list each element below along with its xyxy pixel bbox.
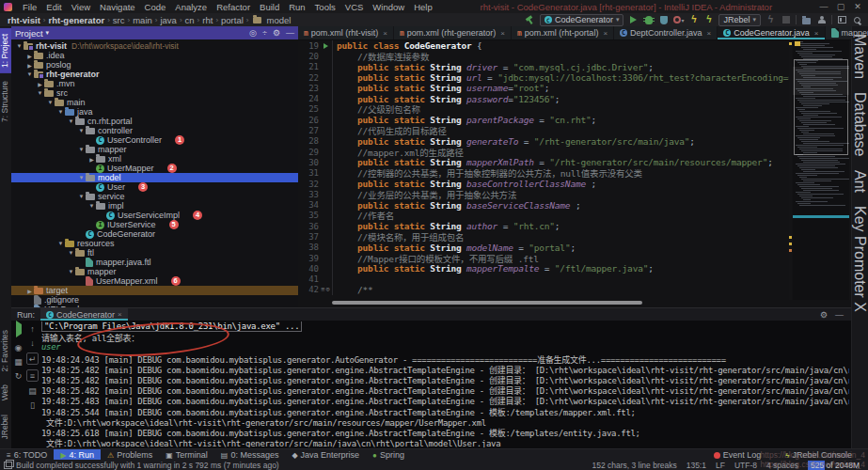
tool-button-jrebel[interactable]: JRebel <box>0 409 11 445</box>
jrebel-select[interactable]: JRebel ▾ <box>718 14 761 26</box>
coverage-button[interactable] <box>658 15 669 25</box>
breadcrumb-item-model[interactable]: model <box>264 15 292 25</box>
minimap[interactable] <box>793 40 849 300</box>
chevron-down-icon[interactable]: ▾ <box>46 29 50 37</box>
expanded-arrow-icon[interactable]: ▼ <box>25 71 34 77</box>
tree-item-CodeGenerator[interactable]: CCodeGenerator <box>11 229 298 239</box>
expanded-arrow-icon[interactable]: ▼ <box>56 109 65 115</box>
tree-item-rht-visit[interactable]: ▼rht-visitD:\rht\workspace\ideal\rht-vis… <box>11 41 298 51</box>
tree-item-.mvn[interactable]: ▶.mvn <box>11 79 298 88</box>
expanded-arrow-icon[interactable]: ▼ <box>67 269 75 274</box>
expanded-arrow-icon[interactable]: ▼ <box>77 194 86 199</box>
profiler-button[interactable]: ▾ <box>673 15 684 25</box>
clear-console-icon[interactable]: ▯ <box>30 400 35 410</box>
tree-item-resources[interactable]: ▼resources <box>11 239 298 248</box>
menu-window[interactable]: Window <box>368 2 409 12</box>
run-configuration-select[interactable]: C CodeGenerator ▾ <box>540 14 624 26</box>
tree-item-UserController[interactable]: CUserController1 <box>11 135 298 145</box>
horizontal-scrollbar[interactable] <box>332 301 642 305</box>
tree-item-main[interactable]: ▼main <box>11 98 298 107</box>
breadcrumb-item-src[interactable]: src <box>111 15 127 25</box>
breadcrumb-item-main[interactable]: main <box>131 15 154 25</box>
collapse-all-icon[interactable]: ÷ <box>262 28 267 38</box>
maximize-button[interactable]: ▢ <box>832 0 849 13</box>
tree-item-UserMapper.xml[interactable]: UserMapper.xml6 <box>11 276 298 286</box>
breadcrumb-item-rht-visit[interactable]: rht-visit <box>6 15 42 25</box>
memory-indicator[interactable]: 525 of 2048M <box>808 461 862 470</box>
soft-wrap-icon[interactable]: ↵ <box>26 352 39 365</box>
editor-tab-pom-xml-rht-portal-[interactable]: mpom.xml (rht-portal)× <box>512 26 614 39</box>
expanded-arrow-icon[interactable]: ▼ <box>67 250 75 256</box>
restore-layout-icon[interactable] <box>837 15 847 25</box>
console-output[interactable]: "C:\Program Files\Java\jdk1.8.0_231\bin\… <box>41 321 849 447</box>
status-widget-4-spaces[interactable]: 4 spaces <box>766 461 798 470</box>
menu-view[interactable]: View <box>67 2 95 12</box>
editor-tab-pom-xml-rht-visit-[interactable]: mpom.xml (rht-visit)× <box>298 26 394 39</box>
tree-item-mapper[interactable]: ▼mapper <box>11 267 298 276</box>
run-class-gutter-icon[interactable] <box>324 43 328 49</box>
tree-item-java[interactable]: ▼java <box>11 107 298 117</box>
expanded-arrow-icon[interactable]: ▼ <box>77 147 86 152</box>
close-icon[interactable]: × <box>707 29 712 38</box>
status-widget-135-1[interactable]: 135:1 <box>687 461 706 470</box>
menu-run[interactable]: Run <box>284 2 309 12</box>
vcs-update-icon[interactable] <box>801 15 812 25</box>
menu-refactor[interactable]: Refactor <box>212 2 255 12</box>
editor-tab-pom-xml-rht-generator-[interactable]: mpom.xml (rht-generator)× <box>394 26 512 39</box>
rerun-button[interactable] <box>16 324 22 334</box>
tree-item-rht-generator[interactable]: ▼rht-generator <box>11 70 298 79</box>
build-status[interactable]: Build completed successfully with 1 warn… <box>0 461 279 470</box>
search-everywhere-icon[interactable] <box>852 15 862 25</box>
tree-item-UserMapper[interactable]: IUserMapper2 <box>11 164 298 173</box>
expanded-arrow-icon[interactable]: ▼ <box>77 175 86 180</box>
minimap-viewport[interactable] <box>794 59 848 155</box>
tree-item-.gitignore[interactable]: .gitignore <box>11 295 298 305</box>
tree-item-target[interactable]: ▶target <box>11 286 298 295</box>
menu-edit[interactable]: Edit <box>41 2 66 12</box>
breadcrumb-item-portal[interactable]: portal <box>219 15 245 25</box>
close-icon[interactable]: × <box>500 29 505 38</box>
collapsed-arrow-icon[interactable]: ▶ <box>25 53 34 59</box>
locate-file-icon[interactable]: ◎ <box>249 28 257 38</box>
tool-button-ant[interactable]: Ant <box>852 164 868 198</box>
expanded-arrow-icon[interactable]: ▼ <box>67 118 75 124</box>
expanded-arrow-icon[interactable]: ▼ <box>56 241 65 246</box>
close-icon[interactable]: × <box>383 29 387 38</box>
jrebel-run-icon[interactable]: ϟ <box>688 15 699 25</box>
dump-threads-icon[interactable]: ◉ <box>15 343 23 352</box>
tree-item-UserServiceImpl[interactable]: CUserServiceImpl4 <box>11 211 298 220</box>
menu-file[interactable]: File <box>18 2 41 12</box>
close-icon[interactable]: × <box>118 310 122 319</box>
up-stack-icon[interactable]: ↑ <box>30 324 35 334</box>
tool-button-1-project[interactable]: 1: Project <box>0 28 11 73</box>
gear-icon[interactable]: ⚙ <box>273 28 280 38</box>
collapsed-arrow-icon[interactable]: ▶ <box>25 288 34 294</box>
tree-item-IUserService[interactable]: IIUserService5 <box>11 220 298 229</box>
close-icon[interactable]: × <box>603 29 608 38</box>
warning-mark[interactable] <box>789 249 792 252</box>
hide-panel-icon[interactable]: — <box>835 310 844 320</box>
expanded-arrow-icon[interactable]: ▼ <box>87 203 96 209</box>
jrebel-debug-icon[interactable]: ϟ <box>703 15 714 25</box>
menu-build[interactable]: Build <box>255 2 284 12</box>
tree-item-cn.rht.portal[interactable]: ▼cn.rht.portal <box>11 117 298 126</box>
menu-vcs[interactable]: VCS <box>340 2 369 12</box>
expanded-arrow-icon[interactable]: ▼ <box>46 100 55 105</box>
gutter-icon[interactable]: ⊙ <box>326 286 330 293</box>
close-button[interactable]: ✕ <box>849 0 866 13</box>
build-hammer-icon[interactable] <box>525 15 535 25</box>
tree-item-xml[interactable]: ▶xml <box>11 154 298 164</box>
tree-item-service[interactable]: ▼service <box>11 192 298 201</box>
menu-analyze[interactable]: Analyze <box>170 2 212 12</box>
tree-item-model[interactable]: ▼model <box>11 173 298 182</box>
collapsed-arrow-icon[interactable]: ▶ <box>87 156 96 163</box>
menu-navigate[interactable]: Navigate <box>95 2 140 12</box>
collapsed-arrow-icon[interactable]: ▶ <box>25 62 34 69</box>
menu-code[interactable]: Code <box>140 2 171 12</box>
breadcrumb-item-java[interactable]: java <box>158 15 178 25</box>
tree-item-ftl[interactable]: ▼ftl <box>11 248 298 258</box>
menu-tools[interactable]: Tools <box>310 2 340 12</box>
print-icon[interactable]: ▤ <box>28 386 37 396</box>
expanded-arrow-icon[interactable]: ▼ <box>15 43 24 49</box>
run-console-tab[interactable]: C CodeGenerator × <box>40 308 128 321</box>
